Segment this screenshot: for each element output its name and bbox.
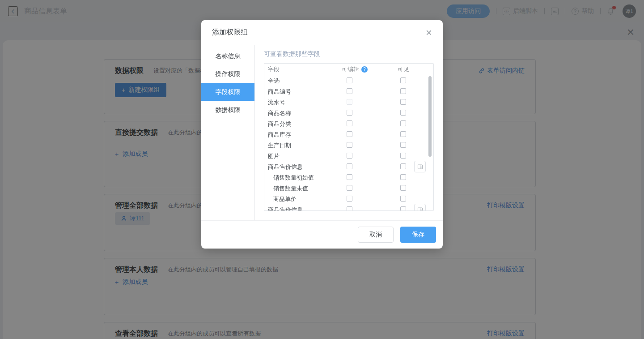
table-row: 销售数量末值 — [264, 183, 433, 193]
editable-checkbox[interactable] — [347, 185, 352, 191]
field-label: 商品售价信息 — [268, 163, 303, 171]
visible-checkbox[interactable] — [400, 174, 406, 180]
field-table: 字段 可编辑 ? 可见 全选 商品编号 — [264, 63, 434, 211]
table-row: 商品单价 — [264, 193, 433, 204]
visible-checkbox[interactable] — [400, 185, 406, 191]
visible-checkbox[interactable] — [400, 196, 406, 202]
visible-checkbox[interactable] — [400, 142, 406, 148]
field-label: 商品名称 — [268, 109, 291, 117]
dialog-header: 添加权限组 × — [201, 20, 443, 45]
visible-checkbox[interactable] — [400, 77, 406, 83]
editable-checkbox-disabled — [347, 99, 352, 105]
table-row: 商品名称 — [264, 107, 433, 118]
dialog-close-button[interactable]: × — [426, 27, 432, 38]
table-row: 商品编号 — [264, 86, 433, 97]
column-visible: 可见 — [398, 64, 409, 75]
table-row: 商品库存 — [264, 129, 433, 140]
table-row: 生产日期 — [264, 140, 433, 150]
table-row: 商品分类 — [264, 118, 433, 129]
tab-name-info[interactable]: 名称信息 — [201, 47, 254, 65]
tab-operation-permission[interactable]: 操作权限 — [201, 65, 254, 83]
subform-view-button[interactable] — [414, 161, 426, 172]
editable-checkbox[interactable] — [347, 77, 352, 83]
table-row: 流水号 — [264, 97, 433, 107]
editable-checkbox[interactable] — [347, 142, 352, 148]
table-row: 商品售价信息 — [264, 204, 433, 211]
field-label: 销售数量末值 — [273, 185, 308, 193]
field-label: 商品单价 — [273, 195, 297, 203]
column-field: 字段 — [268, 64, 280, 75]
editable-checkbox[interactable] — [347, 174, 352, 180]
table-row: 全选 — [264, 75, 433, 86]
field-label: 商品库存 — [268, 131, 291, 139]
visible-checkbox[interactable] — [400, 163, 406, 169]
visible-checkbox[interactable] — [400, 131, 406, 137]
field-label: 商品编号 — [268, 88, 291, 96]
save-button[interactable]: 保存 — [400, 227, 436, 243]
editable-checkbox[interactable] — [347, 131, 352, 137]
editable-checkbox[interactable] — [347, 163, 352, 169]
field-label: 销售数量初始值 — [273, 174, 314, 182]
table-row: 销售数量初始值 — [264, 172, 433, 183]
visible-checkbox[interactable] — [400, 153, 406, 159]
field-label: 流水号 — [268, 99, 285, 107]
cancel-button[interactable]: 取消 — [358, 227, 394, 243]
column-editable: 可编辑 — [342, 64, 359, 75]
editable-checkbox[interactable] — [347, 206, 352, 211]
visible-checkbox[interactable] — [400, 99, 406, 105]
dialog-title: 添加权限组 — [212, 28, 248, 37]
add-permission-group-dialog: 添加权限组 × 名称信息 操作权限 字段权限 数据权限 可查看数据那些字段 字段… — [201, 20, 443, 249]
visible-checkbox[interactable] — [400, 206, 406, 211]
close-icon: × — [426, 26, 432, 39]
editable-checkbox[interactable] — [347, 153, 352, 159]
editable-checkbox[interactable] — [347, 196, 352, 202]
editable-checkbox[interactable] — [347, 110, 352, 116]
visible-checkbox[interactable] — [400, 120, 406, 126]
editable-checkbox[interactable] — [347, 120, 352, 126]
tab-field-permission[interactable]: 字段权限 — [201, 83, 254, 101]
field-label: 商品售价信息 — [268, 206, 303, 211]
field-permission-panel: 可查看数据那些字段 字段 可编辑 ? 可见 全选 商品编号 — [255, 45, 443, 220]
subform-view-button[interactable] — [414, 204, 426, 211]
field-label: 图片 — [268, 152, 280, 160]
visible-checkbox[interactable] — [400, 88, 406, 94]
table-layout-icon — [417, 164, 423, 170]
table-scrollbar-thumb[interactable] — [428, 76, 432, 157]
visible-checkbox[interactable] — [400, 110, 406, 116]
help-question-icon[interactable]: ? — [361, 66, 368, 73]
table-header: 字段 可编辑 ? 可见 — [264, 64, 433, 75]
dialog-body: 名称信息 操作权限 字段权限 数据权限 可查看数据那些字段 字段 可编辑 ? 可… — [201, 45, 443, 220]
field-label: 全选 — [268, 77, 280, 85]
tab-data-permission[interactable]: 数据权限 — [201, 101, 254, 119]
table-row: 商品售价信息 — [264, 161, 433, 172]
panel-label: 可查看数据那些字段 — [264, 50, 434, 58]
field-label: 商品分类 — [268, 120, 291, 128]
editable-checkbox[interactable] — [347, 88, 352, 94]
dialog-tabs: 名称信息 操作权限 字段权限 数据权限 — [201, 45, 255, 220]
field-label: 生产日期 — [268, 142, 291, 150]
table-row: 图片 — [264, 150, 433, 161]
table-layout-icon — [417, 207, 423, 211]
dialog-footer: 取消 保存 — [201, 220, 443, 248]
